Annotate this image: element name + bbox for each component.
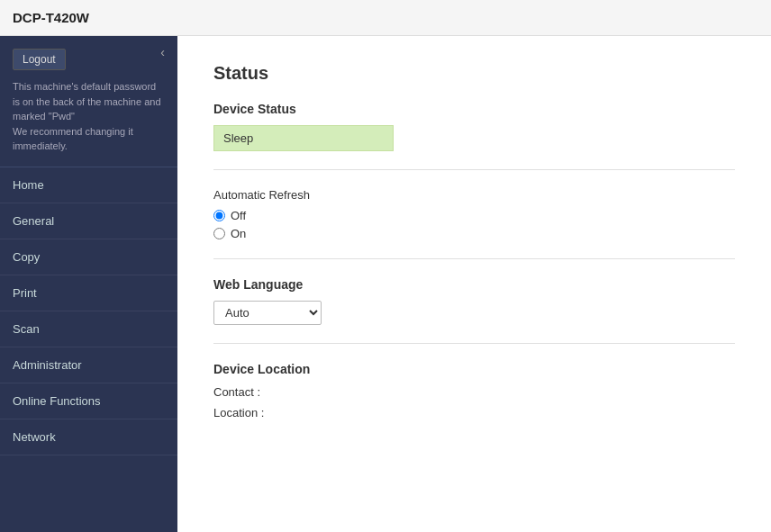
auto-refresh-off-row: Off bbox=[213, 209, 735, 222]
auto-refresh-section: Automatic Refresh Off On bbox=[213, 188, 735, 240]
device-status-title: Device Status bbox=[213, 102, 735, 116]
chevron-left-icon: ‹ bbox=[160, 45, 165, 59]
sidebar: ‹ Logout This machine's default password… bbox=[0, 36, 177, 532]
device-status-section: Device Status Sleep bbox=[213, 102, 735, 151]
auto-refresh-on-row: On bbox=[213, 227, 735, 240]
sidebar-item-administrator[interactable]: Administrator bbox=[0, 347, 177, 383]
device-status-value: Sleep bbox=[213, 125, 394, 151]
section-divider-1 bbox=[213, 169, 735, 170]
sidebar-item-print[interactable]: Print bbox=[0, 275, 177, 311]
auto-refresh-on-radio[interactable] bbox=[213, 228, 225, 239]
section-divider-3 bbox=[213, 343, 735, 344]
location-label: Location : bbox=[213, 406, 264, 419]
main-layout: ‹ Logout This machine's default password… bbox=[0, 36, 771, 532]
auto-refresh-off-label: Off bbox=[231, 209, 246, 222]
web-language-section: Web Language Auto English French German … bbox=[213, 277, 735, 325]
auto-refresh-label: Automatic Refresh bbox=[213, 188, 735, 202]
section-divider-2 bbox=[213, 258, 735, 259]
auto-refresh-on-label: On bbox=[231, 227, 246, 240]
sidebar-item-scan[interactable]: Scan bbox=[0, 311, 177, 347]
sidebar-item-home[interactable]: Home bbox=[0, 167, 177, 203]
sidebar-item-general[interactable]: General bbox=[0, 203, 177, 239]
contact-label: Contact : bbox=[213, 385, 260, 399]
device-location-title: Device Location bbox=[213, 362, 735, 376]
sidebar-item-copy[interactable]: Copy bbox=[0, 239, 177, 275]
logout-button[interactable]: Logout bbox=[13, 49, 66, 70]
web-language-title: Web Language bbox=[213, 277, 735, 292]
auto-refresh-off-radio[interactable] bbox=[213, 210, 225, 221]
sidebar-notice: This machine's default password is on th… bbox=[0, 79, 177, 167]
device-location-section: Device Location Contact : Location : bbox=[213, 362, 735, 419]
sidebar-item-network[interactable]: Network bbox=[0, 419, 177, 455]
app-title: DCP-T420W bbox=[13, 10, 89, 25]
title-bar: DCP-T420W bbox=[0, 0, 771, 36]
content-area: Status Device Status Sleep Automatic Ref… bbox=[177, 36, 771, 532]
sidebar-toggle[interactable]: ‹ bbox=[155, 43, 170, 61]
location-row: Location : bbox=[213, 406, 735, 419]
sidebar-item-online-functions[interactable]: Online Functions bbox=[0, 383, 177, 419]
contact-row: Contact : bbox=[213, 385, 735, 399]
web-language-select[interactable]: Auto English French German Spanish bbox=[213, 301, 322, 325]
page-title: Status bbox=[213, 63, 735, 84]
